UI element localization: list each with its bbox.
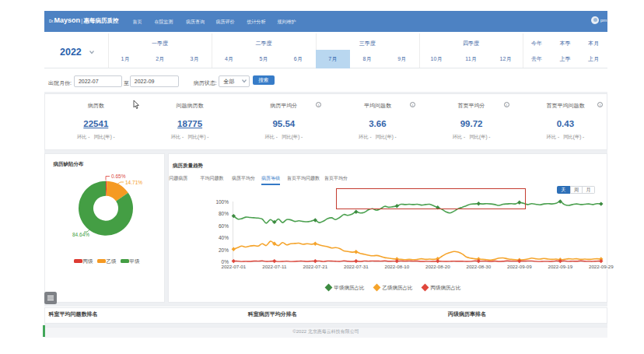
svg-text:84.64%: 84.64% bbox=[72, 232, 89, 237]
svg-text:0.65%: 0.65% bbox=[111, 173, 126, 179]
svg-text:14.71%: 14.71% bbox=[125, 180, 142, 185]
